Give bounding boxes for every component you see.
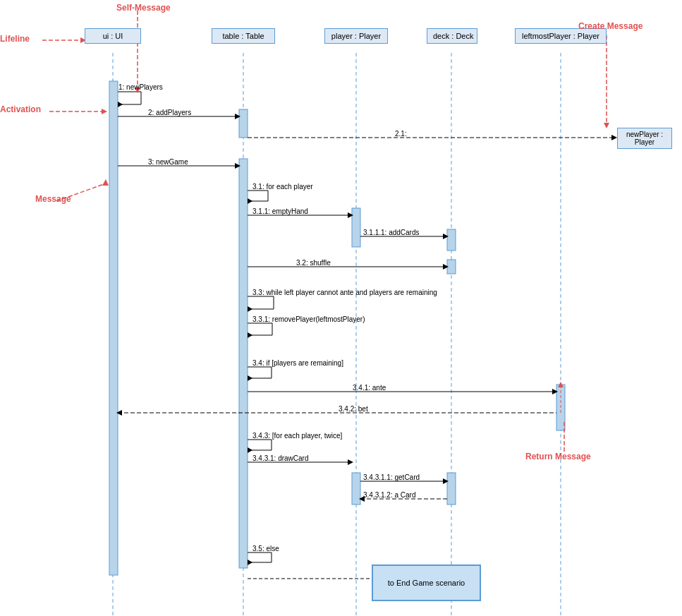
svg-rect-5 [109,81,118,575]
annotation-lifeline: Lifeline [0,34,30,44]
svg-rect-12 [447,473,456,505]
msg-label-3-1: 3.1: for each player [252,183,313,191]
svg-marker-45 [248,375,252,381]
svg-marker-76 [604,123,609,128]
svg-rect-8 [352,208,360,247]
diagram-container: ui : UI table : Table player : Player de… [0,0,682,616]
msg-label-3-2: 3.2: shuffle [296,259,331,267]
msg-label-3-4: 3.4: if [players are remaining] [252,359,343,367]
svg-marker-17 [118,102,123,107]
svg-rect-13 [556,385,565,430]
msg-label-3-4-3-1: 3.4.3.1: drawCard [252,454,309,462]
svg-marker-57 [348,459,353,465]
svg-marker-59 [443,478,449,484]
svg-marker-72 [102,109,107,114]
svg-rect-11 [447,260,456,274]
svg-marker-37 [248,306,252,312]
svg-marker-51 [558,382,564,387]
svg-marker-29 [348,212,353,218]
annotation-self-message: Self-Message [116,3,171,13]
svg-marker-55 [248,447,252,453]
lifeline-table: table : Table [212,28,275,44]
msg-label-3-4-2: 3.4.2: bet [339,405,368,413]
msg-label-3-4-1: 3.4.1: ante [353,384,386,392]
svg-marker-31 [443,234,449,239]
annotation-create-message: Create Message [578,21,643,31]
annotation-activation: Activation [0,104,41,114]
msg-label-3: 3: newGame [148,158,188,166]
annotation-message: Message [35,194,71,204]
msg-label-2-1: 2.1: [395,130,407,138]
arrows-svg [0,0,682,616]
msg-label-3-1-1-1: 3.1.1.1: addCards [363,229,420,236]
msg-label-3-4-3-1-2: 3.4.3.1.2: a Card [363,491,416,499]
svg-rect-9 [352,473,360,505]
lifeline-ui: ui : UI [85,28,141,44]
svg-marker-23 [235,163,240,169]
create-message-box: newPlayer :Player [617,128,672,149]
msg-label-3-4-3-1-1: 3.4.3.1.1: getCard [363,473,420,481]
svg-marker-27 [248,198,252,204]
msg-label-1: 1: newPlayers [118,83,163,91]
msg-label-3-4-3: 3.4.3: [for each player, twice] [252,432,342,440]
svg-rect-10 [447,229,456,250]
msg-label-3-3: 3.3: while left player cannot ante and p… [252,289,437,296]
svg-rect-7 [239,159,248,568]
msg-label-3-1-1: 3.1.1: emptyHand [252,207,308,215]
svg-marker-21 [611,135,617,140]
ref-box-end-game: to End Game scenario [372,564,481,601]
lifeline-deck: deck : Deck [427,28,477,44]
svg-marker-65 [248,560,252,565]
lifeline-player: player : Player [324,28,388,44]
svg-marker-41 [248,332,252,338]
svg-marker-49 [116,410,122,416]
msg-label-3-5: 3.5: else [252,545,279,552]
svg-marker-47 [552,389,558,394]
svg-marker-33 [443,264,449,270]
svg-marker-19 [235,114,240,119]
msg-label-3-3-1: 3.3.1: removePlayer(leftmostPlayer) [252,315,365,323]
svg-marker-74 [102,179,109,186]
annotation-return-message: Return Message [525,452,591,461]
svg-rect-6 [239,109,248,138]
msg-label-2: 2: addPlayers [148,109,191,116]
